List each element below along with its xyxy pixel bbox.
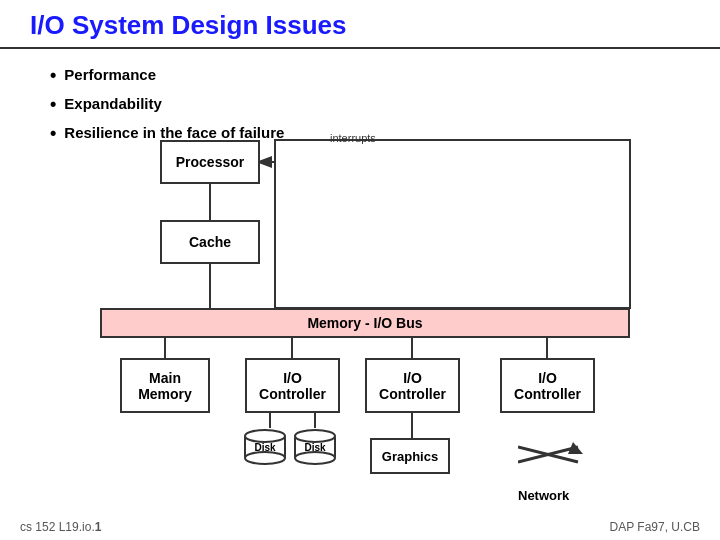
footer-credit: DAP Fa97, U.CB [610,520,700,534]
io-controller-2-label: I/OController [379,370,446,402]
processor-box: Processor [160,140,260,184]
cache-box: Cache [160,220,260,264]
footer-right: DAP Fa97, U.CB [610,520,700,534]
svg-text:Disk: Disk [254,442,276,453]
interrupts-label: interrupts [330,132,376,144]
disk-1-icon: Disk [243,428,287,466]
svg-point-17 [295,452,335,464]
network-label: Network [518,488,569,503]
disk-2-icon: Disk [293,428,337,466]
footer-left: cs 152 L19.io.1 [20,520,101,534]
svg-point-13 [245,452,285,464]
network-area: Network [518,432,670,504]
io-controller-2-box: I/OController [365,358,460,413]
svg-point-12 [245,430,285,442]
footer-page-num: 1 [95,520,102,534]
bullet-dot-1: • [50,61,56,90]
bullet-text-2: Expandability [64,92,162,116]
bullet-item-1: • Performance [50,61,670,90]
bullet-text-1: Performance [64,63,156,87]
graphics-box: Graphics [370,438,450,474]
page-title: I/O System Design Issues [0,0,720,49]
footer-course: cs 152 L19.io. [20,520,95,534]
diagram-area: interrupts Processor Cache Memory - I/O … [100,130,670,490]
main-memory-box: MainMemory [120,358,210,413]
io-controller-3-box: I/OController [500,358,595,413]
io-controller-1-label: I/OController [259,370,326,402]
io-controller-3-label: I/OController [514,370,581,402]
bullet-dot-2: • [50,90,56,119]
network-icon [518,432,618,482]
io-controller-1-box: I/OController [245,358,340,413]
bullet-item-2: • Expandability [50,90,670,119]
main-memory-label: MainMemory [138,370,192,402]
svg-point-16 [295,430,335,442]
disk-2-wrapper: Disk [293,428,337,466]
svg-text:Disk: Disk [304,442,326,453]
bus-bar: Memory - I/O Bus [100,308,630,338]
bullet-dot-3: • [50,119,56,148]
disk-1-wrapper: Disk [243,428,287,466]
svg-rect-2 [275,140,630,308]
